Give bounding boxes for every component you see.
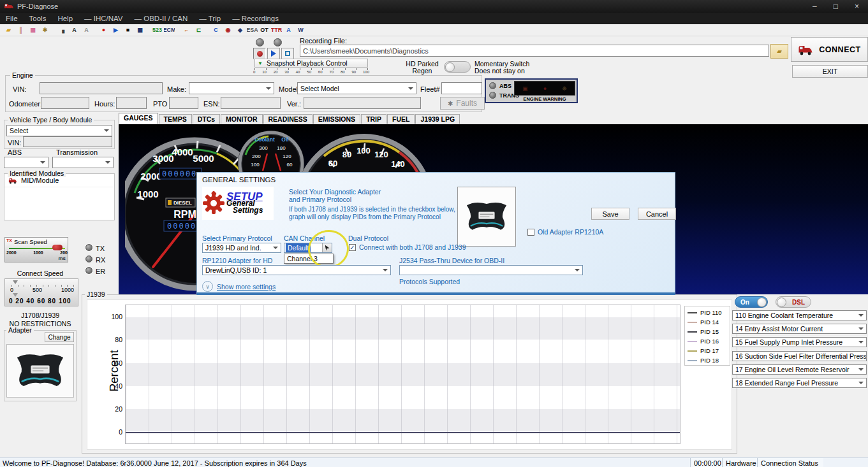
menu-help[interactable]: Help <box>52 15 78 22</box>
play-button[interactable] <box>267 48 280 59</box>
ecm-icon[interactable]: ECM <box>164 25 175 35</box>
make-select[interactable] <box>189 82 274 94</box>
browse-folder-button[interactable]: ▰ <box>770 44 788 59</box>
tab-temps[interactable]: TEMPS <box>159 114 192 124</box>
tab-fuel[interactable]: FUEL <box>387 114 415 124</box>
fonts-icon[interactable]: A <box>69 25 80 35</box>
pid-select-1[interactable]: 110 Engine Coolant Temperature <box>732 310 867 320</box>
chevron-down-icon <box>575 269 580 271</box>
old-adapter-checkbox[interactable] <box>527 229 534 236</box>
menu-obd2-can[interactable]: — OBD-II / CAN <box>129 15 194 22</box>
primary-protocol-select[interactable]: J1939 HD and Ind. <box>202 243 281 253</box>
tab-dtcs[interactable]: DTCs <box>193 114 220 124</box>
show-more-settings-link[interactable]: ∨ Show more settings <box>202 281 276 292</box>
sidebar-vin-field[interactable] <box>23 136 112 147</box>
security-key-icon[interactable]: ⌐ <box>181 25 192 35</box>
menu-ihc-nav[interactable]: — IHC/NAV <box>78 15 129 22</box>
abs-select[interactable] <box>4 157 48 168</box>
save-button[interactable]: Save <box>591 208 629 220</box>
hd-parked-regen-toggle[interactable] <box>444 61 471 73</box>
transmission-select[interactable] <box>52 157 114 168</box>
tab-j1939-lpg[interactable]: J1939 LPG <box>415 114 460 124</box>
stop-icon[interactable]: ■ <box>122 25 133 35</box>
recording-file-input[interactable] <box>300 45 769 57</box>
faults-button[interactable]: ✱ Faults <box>440 97 485 110</box>
j1587-protocol-icon[interactable]: 523 <box>152 25 163 35</box>
menu-file[interactable]: File <box>0 15 24 22</box>
pid-select-6[interactable]: 18 Extended Range Fuel Pressure <box>732 378 867 388</box>
fleet-field[interactable] <box>441 82 482 94</box>
setup-logo: SETUP General Settings <box>202 187 274 220</box>
tab-readiness[interactable]: READINESS <box>263 114 313 124</box>
maximize-button[interactable]: □ <box>834 2 838 11</box>
model-select[interactable]: Select Model <box>297 82 416 94</box>
pto-field[interactable] <box>169 97 198 109</box>
menu-tools[interactable]: Tools <box>24 15 52 22</box>
vehicle-type-select[interactable]: Select <box>6 125 112 136</box>
waveform-icon[interactable]: W <box>295 25 306 35</box>
rp1210-adapter-select[interactable]: DrewLinQ,USB ID: 1 <box>202 265 391 275</box>
identified-modules-list[interactable]: MID/Module <box>4 173 115 220</box>
dsl-toggle[interactable]: DSL <box>776 296 811 308</box>
cancel-button[interactable]: Cancel <box>638 208 676 220</box>
model-label: Model <box>279 85 298 93</box>
adapter-config-icon[interactable]: ║ <box>15 25 26 35</box>
exit-label: EXIT <box>823 68 837 75</box>
tab-emissions[interactable]: EMISSIONS <box>313 114 360 124</box>
tab-trip[interactable]: TRIP <box>361 114 386 124</box>
tx-led <box>85 244 92 251</box>
open-file-icon[interactable]: ▰ <box>3 25 14 35</box>
can-channel-value: Default <box>286 243 311 252</box>
close-button[interactable]: × <box>855 2 859 11</box>
truck-info-icon[interactable]: ▗ <box>57 25 68 35</box>
on-toggle-knob <box>757 298 767 307</box>
pid-select-2[interactable]: 14 Entry Assist Motor Current <box>732 324 867 334</box>
record-icon[interactable]: ● <box>98 25 109 35</box>
esn-field[interactable] <box>221 97 281 109</box>
dtc-tool-icon[interactable]: OT <box>259 25 270 35</box>
clear-text-icon[interactable]: A <box>81 25 92 35</box>
chevron-down-icon <box>383 269 388 271</box>
ddec-icon[interactable]: ◉ <box>223 25 233 35</box>
primary-protocol-label: Select Primary Protocol <box>202 234 272 242</box>
adapter-image <box>6 344 74 398</box>
oil-title: Oil <box>281 136 288 143</box>
settings-gear-icon[interactable]: ✱ <box>40 25 50 35</box>
pid-select-5[interactable]: 17 Engine Oil Level Remote Reservoir <box>732 364 867 375</box>
vin-field[interactable] <box>40 82 163 94</box>
tab-monitor[interactable]: MONITOR <box>221 114 262 124</box>
connect-button[interactable]: CONNECT <box>791 37 868 62</box>
hours-field[interactable] <box>116 97 147 109</box>
abs-label: ABS <box>499 83 511 89</box>
recordings-calendar-icon[interactable]: ▦ <box>135 25 145 35</box>
menu-trip[interactable]: — Trip <box>193 15 226 22</box>
tab-gauges[interactable]: GAUGES <box>119 113 158 124</box>
rpm-tick-5000: 5000 <box>193 153 214 164</box>
esa-icon[interactable]: ESA <box>247 25 258 35</box>
save-icon[interactable]: ▦ <box>27 25 38 35</box>
svg-text:140: 140 <box>391 159 405 169</box>
menu-recordings[interactable]: — Recordings <box>226 15 284 22</box>
on-toggle[interactable]: On <box>735 296 768 308</box>
j2534-device-select[interactable] <box>399 265 583 275</box>
cat-icon[interactable]: C <box>210 25 221 35</box>
ttr-icon[interactable]: TTR <box>271 25 282 35</box>
adobe-icon[interactable]: A <box>283 25 294 35</box>
record-button[interactable] <box>253 48 266 59</box>
international-icon[interactable]: ◆ <box>235 25 246 35</box>
pid-select-4[interactable]: 16 Suction Side Fuel Filter Differential… <box>732 351 867 361</box>
snapshot-scale-tick: 20 <box>274 70 278 74</box>
change-adapter-button[interactable]: Change <box>45 332 74 342</box>
snapshot-playback-button[interactable]: ▼ Snapshot Playback Control <box>254 59 368 68</box>
odometer-field[interactable] <box>41 97 89 109</box>
minimize-button[interactable]: – <box>813 2 817 11</box>
play-icon[interactable]: ▶ <box>110 25 121 35</box>
ver-field[interactable] <box>304 97 421 109</box>
pid-select-3[interactable]: 15 Fuel Supply Pump Inlet Pressure <box>732 337 867 347</box>
dual-protocol-checkbox[interactable]: ✓ <box>349 244 356 251</box>
connector-icon[interactable]: ⊏ <box>193 25 204 35</box>
svg-text:200: 200 <box>252 154 261 159</box>
stop-button[interactable] <box>281 48 294 59</box>
exit-button[interactable]: EXIT <box>792 65 868 78</box>
check-engine-icon: ▣ <box>522 85 528 92</box>
